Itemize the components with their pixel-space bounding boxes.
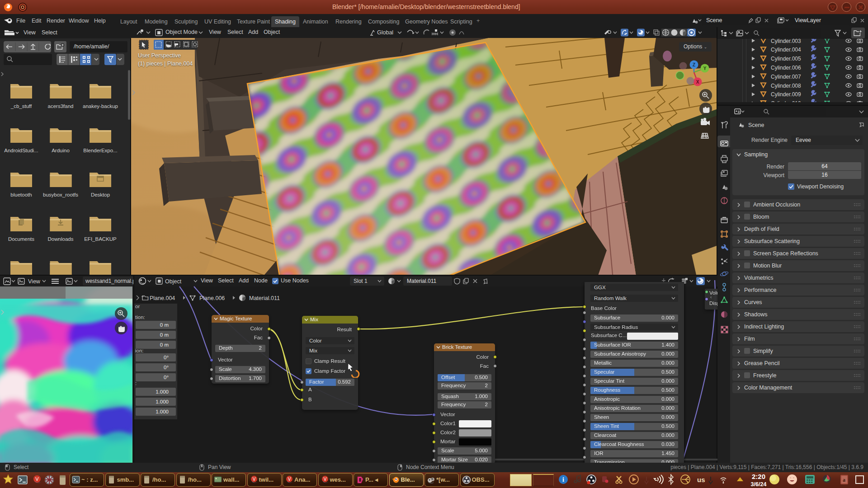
svg-text:Cylinder.003: Cylinder.003 (771, 39, 801, 44)
svg-text:V: V (323, 477, 326, 482)
svg-text:Cylinder.005: Cylinder.005 (771, 56, 801, 62)
svg-text:Desktop: Desktop (91, 192, 110, 197)
svg-text:BlenderExpo...: BlenderExpo... (83, 148, 117, 153)
svg-text:AndroidStudi...: AndroidStudi... (4, 148, 38, 153)
svg-text:Cylinder.008: Cylinder.008 (771, 83, 801, 89)
svg-text:bluetooth: bluetooth (10, 192, 32, 197)
svg-text:Arduino: Arduino (52, 148, 70, 153)
svg-text:_cb_stuff: _cb_stuff (10, 103, 32, 109)
svg-text:i: i (562, 476, 564, 483)
svg-text:Downloads: Downloads (48, 236, 74, 242)
svg-text:X: X (696, 80, 699, 84)
svg-text:anakey-backup: anakey-backup (83, 103, 118, 109)
svg-text:EFI_BACKUP: EFI_BACKUP (84, 236, 117, 242)
svg-text:V: V (288, 477, 291, 482)
svg-text:a: a (843, 477, 845, 483)
svg-text:Documents: Documents (8, 236, 34, 242)
svg-text:Cylinder.006: Cylinder.006 (771, 65, 801, 71)
svg-text:acers3fand: acers3fand (48, 103, 74, 109)
svg-text:View: View (28, 278, 41, 285)
svg-text:V: V (252, 477, 255, 482)
svg-text:Cylinder.007: Cylinder.007 (771, 74, 801, 80)
svg-text:us: us (697, 476, 705, 483)
svg-text:Cylinder.004: Cylinder.004 (771, 47, 801, 53)
svg-text:V: V (35, 476, 39, 482)
svg-text:busybox_rootfs: busybox_rootfs (43, 192, 78, 197)
svg-text:Cylinder.009: Cylinder.009 (771, 91, 801, 98)
svg-text:Z: Z (693, 62, 695, 67)
svg-text:Global: Global (377, 29, 393, 36)
svg-text:Y: Y (703, 66, 707, 71)
